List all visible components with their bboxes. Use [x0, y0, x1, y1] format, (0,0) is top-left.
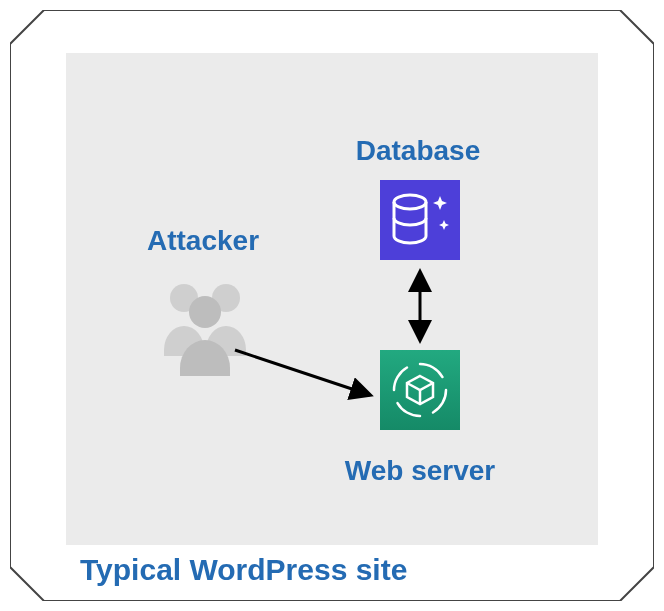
database-label: Database	[338, 135, 498, 167]
diagram-caption: Typical WordPress site	[80, 553, 407, 587]
attacker-label: Attacker	[123, 225, 283, 257]
webserver-icon	[380, 350, 460, 430]
database-icon	[380, 180, 460, 260]
attacker-icon	[150, 270, 260, 380]
svg-point-1	[394, 195, 426, 209]
svg-point-6	[189, 296, 221, 328]
webserver-label: Web server	[330, 455, 510, 487]
